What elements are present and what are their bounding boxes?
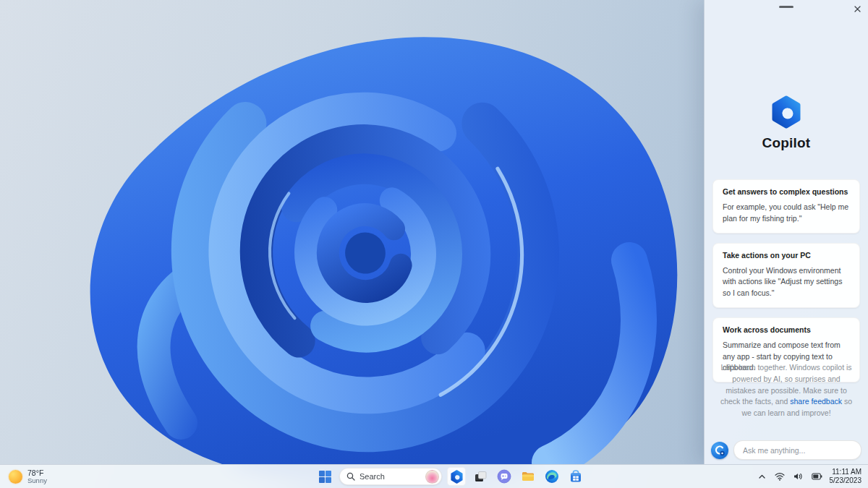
card-title: Work across documents: [723, 325, 850, 334]
taskbar-center: Search: [315, 465, 585, 488]
copilot-icon: [450, 470, 464, 484]
store-icon: [569, 469, 583, 484]
start-button[interactable]: [315, 467, 334, 486]
search-icon: [346, 472, 355, 481]
taskbar-edge-button[interactable]: [542, 467, 561, 486]
share-feedback-link[interactable]: share feedback: [790, 397, 842, 406]
card-title: Take actions on your PC: [723, 251, 850, 260]
tray-time: 11:11 AM: [830, 468, 862, 477]
tray-date: 5/23/2023: [830, 476, 862, 486]
card-title: Get answers to complex questions: [723, 187, 850, 196]
chat-icon: [497, 469, 511, 484]
sun-icon: [9, 470, 22, 484]
windows-logo-icon: [318, 470, 332, 484]
drag-handle[interactable]: [779, 6, 793, 8]
suggestion-cards: Get answers to complex questions For exa…: [712, 179, 860, 382]
wifi-icon[interactable]: [773, 471, 786, 482]
weather-widget[interactable]: 78°F Sunny: [9, 465, 47, 488]
copilot-logo-icon: [770, 95, 803, 132]
card-body: For example, you could ask "Help me plan…: [723, 202, 850, 225]
taskbar-app-stacked-windows[interactable]: [471, 467, 490, 486]
volume-icon[interactable]: [792, 471, 804, 482]
taskbar: 78°F Sunny Search: [0, 464, 868, 488]
edge-icon: [545, 469, 559, 484]
ai-disclaimer: Let's learn together. Windows copilot is…: [717, 362, 856, 419]
close-icon[interactable]: [851, 2, 864, 15]
taskbar-chat-button[interactable]: [495, 467, 514, 486]
weather-temperature: 78°F: [27, 468, 47, 477]
card-complex-questions[interactable]: Get answers to complex questions For exa…: [712, 179, 860, 234]
taskbar-file-explorer-button[interactable]: [519, 467, 537, 486]
ask-me-anything-input[interactable]: [733, 440, 861, 460]
battery-icon[interactable]: [810, 471, 824, 481]
folder-icon: [521, 469, 535, 484]
copilot-input-row: [711, 440, 861, 460]
card-body: Control your Windows environment with ac…: [723, 265, 850, 299]
tray-chevron-up-icon[interactable]: [757, 471, 767, 482]
search-highlight-lotus-icon: [425, 470, 439, 484]
taskbar-store-button[interactable]: [566, 467, 585, 486]
card-take-actions[interactable]: Take actions on your PC Control your Win…: [712, 243, 860, 308]
copilot-panel: Copilot Get answers to complex questions…: [704, 0, 868, 465]
copilot-panel-title: Copilot: [705, 135, 868, 151]
system-tray: 11:11 AM 5/23/2023: [757, 465, 862, 488]
clock-widget[interactable]: 11:11 AM 5/23/2023: [830, 468, 862, 486]
copilot-sphere-icon[interactable]: [711, 442, 728, 459]
bloom-wallpaper-art: [0, 0, 705, 488]
search-label: Search: [359, 472, 385, 481]
stacked-windows-icon: [474, 470, 488, 484]
weather-condition: Sunny: [27, 477, 47, 485]
taskbar-copilot-button[interactable]: [447, 467, 466, 486]
search-box[interactable]: Search: [339, 468, 442, 485]
